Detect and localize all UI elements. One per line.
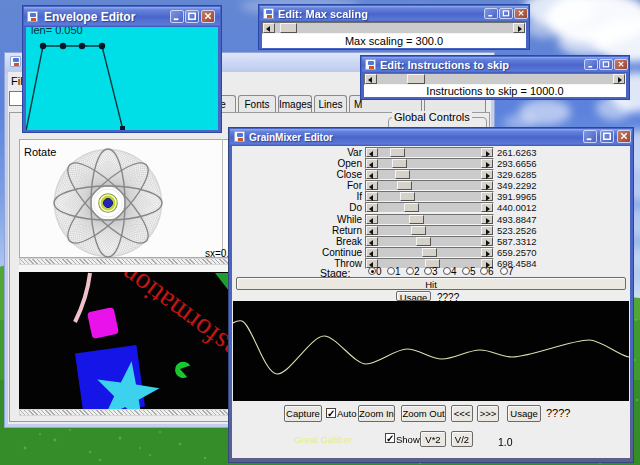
svg-text:len= 0.050: len= 0.050 [31, 27, 83, 36]
